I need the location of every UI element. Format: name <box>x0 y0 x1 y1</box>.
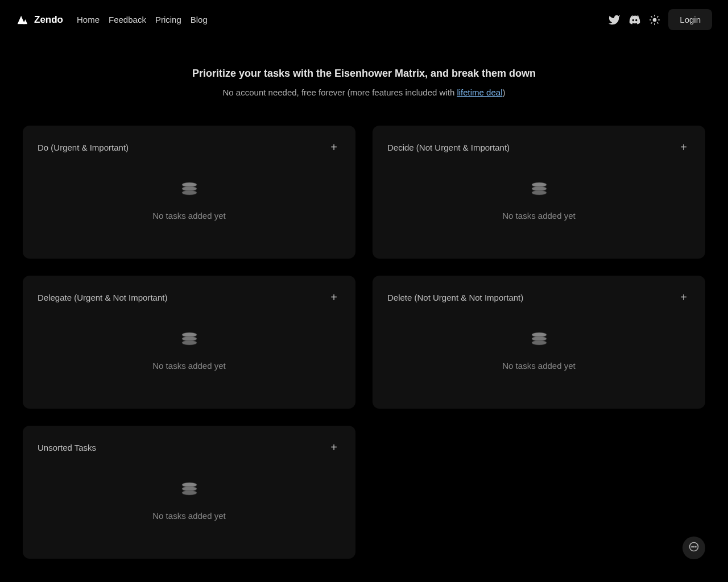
card-delegate-body: No tasks added yet <box>38 304 341 394</box>
nav-pricing[interactable]: Pricing <box>155 15 181 24</box>
card-do-empty: No tasks added yet <box>152 211 225 221</box>
card-unsorted-body: No tasks added yet <box>38 454 341 544</box>
header-right: Login <box>608 9 712 30</box>
card-delete-title: Delete (Not Urgent & Not Important) <box>387 293 523 302</box>
card-unsorted-title: Unsorted Tasks <box>38 443 96 452</box>
nav-feedback[interactable]: Feedback <box>109 15 146 24</box>
svg-point-9 <box>182 340 197 345</box>
logo-icon <box>16 14 28 26</box>
plus-icon: + <box>330 141 337 154</box>
hero-subtitle-suffix: ) <box>502 88 505 97</box>
card-delete: Delete (Not Urgent & Not Important) + No… <box>373 276 705 409</box>
card-decide-header: Decide (Not Urgent & Important) + <box>387 140 690 154</box>
hero-title: Prioritize your tasks with the Eisenhowe… <box>11 68 717 80</box>
hero-subtitle: No account needed, free forever (more fe… <box>11 88 717 97</box>
card-delete-header: Delete (Not Urgent & Not Important) + <box>387 290 690 304</box>
card-do-title: Do (Urgent & Important) <box>38 143 129 152</box>
card-delegate-header: Delegate (Urgent & Not Important) + <box>38 290 341 304</box>
add-task-do-button[interactable]: + <box>327 140 341 154</box>
add-task-delete-button[interactable]: + <box>677 290 690 304</box>
card-do-body: No tasks added yet <box>38 154 341 244</box>
nav-blog[interactable]: Blog <box>191 15 208 24</box>
plus-icon: + <box>330 441 337 454</box>
svg-point-3 <box>182 190 197 195</box>
svg-point-0 <box>653 18 657 22</box>
header: Zendo Home Feedback Pricing Blog Login <box>0 0 728 39</box>
svg-point-15 <box>182 490 197 495</box>
card-do-header: Do (Urgent & Important) + <box>38 140 341 154</box>
card-unsorted: Unsorted Tasks + No tasks added yet <box>23 426 355 559</box>
card-delegate-empty: No tasks added yet <box>152 361 225 371</box>
brand-name: Zendo <box>34 14 63 26</box>
hero: Prioritize your tasks with the Eisenhowe… <box>0 39 728 120</box>
svg-point-17 <box>692 546 692 547</box>
empty-stack-icon <box>178 478 201 503</box>
svg-point-18 <box>693 546 694 547</box>
svg-point-12 <box>532 340 547 345</box>
card-decide-title: Decide (Not Urgent & Important) <box>387 143 510 152</box>
plus-icon: + <box>680 291 687 304</box>
card-decide: Decide (Not Urgent & Important) + No tas… <box>373 126 705 259</box>
plus-icon: + <box>680 141 687 154</box>
theme-toggle-icon[interactable] <box>649 14 660 26</box>
card-unsorted-header: Unsorted Tasks + <box>38 440 341 454</box>
discord-icon[interactable] <box>628 14 641 26</box>
svg-point-19 <box>696 546 696 547</box>
add-task-delegate-button[interactable]: + <box>327 290 341 304</box>
nav: Home Feedback Pricing Blog <box>77 15 208 24</box>
card-delete-empty: No tasks added yet <box>502 361 575 371</box>
svg-point-6 <box>532 190 547 195</box>
card-delegate-title: Delegate (Urgent & Not Important) <box>38 293 167 302</box>
card-decide-empty: No tasks added yet <box>502 211 575 221</box>
help-float-button[interactable] <box>682 537 705 559</box>
nav-home[interactable]: Home <box>77 15 100 24</box>
add-task-unsorted-button[interactable]: + <box>327 440 341 454</box>
hero-subtitle-prefix: No account needed, free forever (more fe… <box>223 88 457 97</box>
logo[interactable]: Zendo <box>16 14 63 26</box>
header-left: Zendo Home Feedback Pricing Blog <box>16 14 208 26</box>
empty-stack-icon <box>528 328 551 353</box>
card-delete-body: No tasks added yet <box>387 304 690 394</box>
login-button[interactable]: Login <box>668 9 712 30</box>
matrix-grid: Do (Urgent & Important) + No tasks added… <box>0 120 728 581</box>
card-delegate: Delegate (Urgent & Not Important) + No t… <box>23 276 355 409</box>
twitter-icon[interactable] <box>608 14 621 26</box>
empty-stack-icon <box>528 178 551 203</box>
card-do: Do (Urgent & Important) + No tasks added… <box>23 126 355 259</box>
empty-stack-icon <box>178 178 201 203</box>
dots-icon <box>688 541 700 555</box>
empty-stack-icon <box>178 328 201 353</box>
lifetime-deal-link[interactable]: lifetime deal <box>457 88 502 97</box>
add-task-decide-button[interactable]: + <box>677 140 690 154</box>
card-unsorted-empty: No tasks added yet <box>152 511 225 521</box>
card-decide-body: No tasks added yet <box>387 154 690 244</box>
plus-icon: + <box>330 291 337 304</box>
